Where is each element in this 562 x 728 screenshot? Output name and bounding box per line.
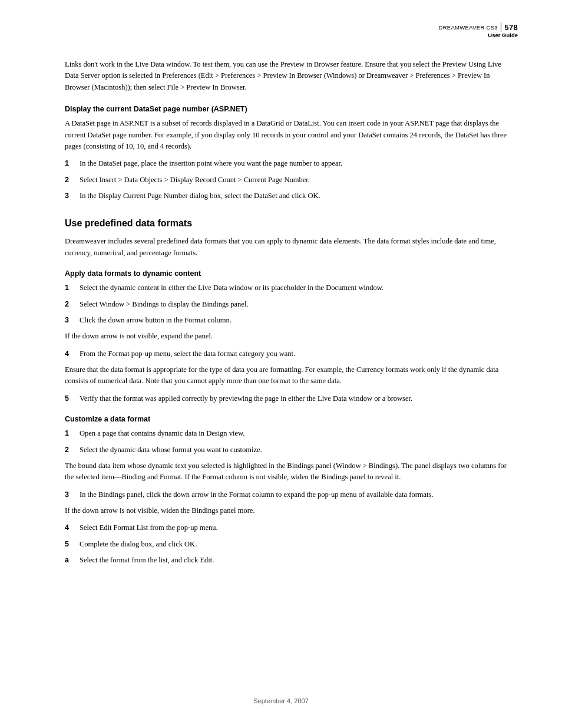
step-text: Select the dynamic content in either the… [80, 282, 515, 294]
section-predefined: Use predefined data formats Dreamweaver … [65, 218, 515, 566]
page-container: DREAMWEAVER CS3 578 User Guide Links don… [0, 0, 562, 728]
section-predefined-body: Dreamweaver includes several predefined … [65, 236, 515, 259]
step-number: 3 [65, 315, 80, 326]
customize-step-3: 3 In the Bindings panel, click the down … [65, 489, 515, 500]
subsection-customize-heading: Customize a data format [65, 415, 515, 423]
customize-step-5: 5 Complete the dialog box, and click OK. [65, 539, 515, 550]
main-content: Links don't work in the Live Data window… [65, 59, 515, 566]
page-footer: September 4, 2007 [0, 697, 562, 704]
header-divider [501, 22, 502, 32]
step-number: 5 [65, 393, 80, 404]
apply-step-3: 3 Click the down arrow button in the For… [65, 315, 515, 326]
subsection-apply: Apply data formats to dynamic content 1 … [65, 269, 515, 404]
intro-paragraph: Links don't work in the Live Data window… [65, 59, 515, 93]
page-header: DREAMWEAVER CS3 578 User Guide [439, 22, 518, 38]
step-number: 1 [65, 282, 80, 294]
step-text: In the Bindings panel, click the down ar… [80, 489, 515, 500]
alpha-label: a [65, 555, 80, 566]
step-text: Select Edit Format List from the pop-up … [80, 522, 515, 533]
section-predefined-heading: Use predefined data formats [65, 218, 515, 229]
step-text: In the DataSet page, place the insertion… [80, 158, 515, 169]
step-number: 2 [65, 174, 80, 186]
step-number: 1 [65, 428, 80, 439]
step-number: 1 [65, 158, 80, 169]
header-line1: DREAMWEAVER CS3 578 [439, 22, 518, 32]
section-dataset: Display the current DataSet page number … [65, 105, 515, 202]
step-number: 2 [65, 444, 80, 456]
step-number: 2 [65, 299, 80, 310]
step-text: In the Display Current Page Number dialo… [80, 190, 515, 202]
step-text: Select the dynamic data whose format you… [80, 444, 515, 456]
subsection-customize: Customize a data format 1 Open a page th… [65, 415, 515, 566]
apply-step-2: 2 Select Window > Bindings to display th… [65, 299, 515, 310]
customize-step-a: a Select the format from the list, and c… [65, 555, 515, 566]
customize-note-1: The bound data item whose dynamic text y… [65, 460, 515, 483]
step-1-3: 3 In the Display Current Page Number dia… [65, 190, 515, 202]
apply-step-5: 5 Verify that the format was applied cor… [65, 393, 515, 404]
step-text: Click the down arrow button in the Forma… [80, 315, 515, 326]
customize-step-2: 2 Select the dynamic data whose format y… [65, 444, 515, 456]
product-name: DREAMWEAVER CS3 [439, 24, 498, 31]
step-number: 3 [65, 489, 80, 500]
step-text: Select Insert > Data Objects > Display R… [80, 174, 515, 186]
footer-date: September 4, 2007 [253, 697, 309, 704]
step-text: Verify that the format was applied corre… [80, 393, 515, 404]
customize-step-1: 1 Open a page that contains dynamic data… [65, 428, 515, 439]
header-guide: User Guide [439, 32, 518, 38]
section-dataset-heading: Display the current DataSet page number … [65, 105, 515, 113]
step-number: 3 [65, 190, 80, 202]
apply-note-2: Ensure that the data format is appropria… [65, 364, 515, 387]
step-1-1: 1 In the DataSet page, place the inserti… [65, 158, 515, 169]
step-text: Select the format from the list, and cli… [80, 555, 515, 566]
customize-step-4: 4 Select Edit Format List from the pop-u… [65, 522, 515, 533]
step-number: 4 [65, 348, 80, 360]
page-number: 578 [504, 23, 518, 32]
section-dataset-body: A DataSet page in ASP.NET is a subset of… [65, 118, 515, 152]
step-text: Open a page that contains dynamic data i… [80, 428, 515, 439]
step-1-2: 2 Select Insert > Data Objects > Display… [65, 174, 515, 186]
apply-step-1: 1 Select the dynamic content in either t… [65, 282, 515, 294]
step-number: 5 [65, 539, 80, 550]
step-text: Complete the dialog box, and click OK. [80, 539, 515, 550]
apply-step-4: 4 From the Format pop-up menu, select th… [65, 348, 515, 360]
customize-note-2: If the down arrow is not visible, widen … [65, 505, 515, 516]
step-text: Select Window > Bindings to display the … [80, 299, 515, 310]
step-number: 4 [65, 522, 80, 533]
subsection-apply-heading: Apply data formats to dynamic content [65, 269, 515, 278]
step-text: From the Format pop-up menu, select the … [80, 348, 515, 360]
apply-note-1: If the down arrow is not visible, expand… [65, 331, 515, 342]
